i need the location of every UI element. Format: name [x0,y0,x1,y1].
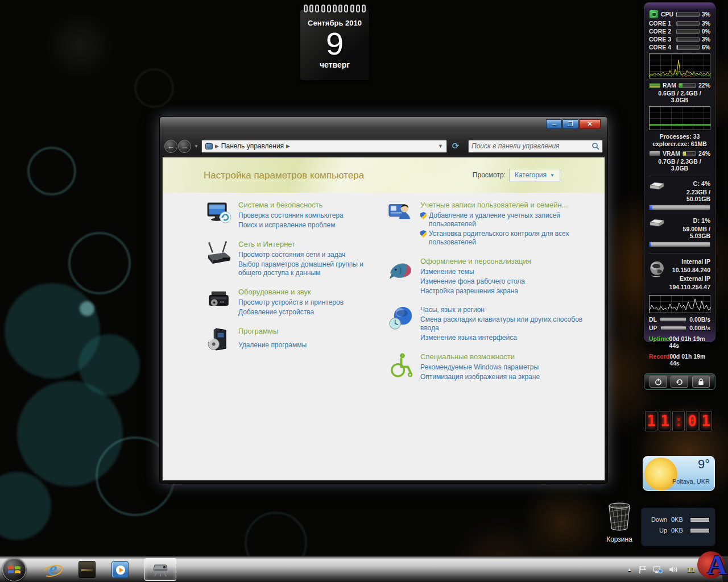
address-dropdown-icon[interactable]: ▼ [438,143,443,149]
core-label: CORE 3 [649,36,674,43]
clock-digit: 1 [659,411,671,431]
control-panel-window: – ❐ ✕ ← → ▼ ▶ Панель управления ▶ ▼ ⟳ [159,117,608,484]
breadcrumb-item[interactable]: Панель управления [221,142,284,150]
recycle-bin[interactable]: Корзина [602,502,637,543]
category-user-accounts: Учетные записи пользователей и семейн...… [388,200,576,248]
breadcrumb[interactable]: ▶ Панель управления ▶ ▼ [201,140,447,153]
cpu-bar [676,12,700,17]
cpu-icon [649,10,659,19]
category-link[interactable]: Просмотр состояния сети и задач [238,251,382,259]
action-center-flag-icon[interactable] [638,565,647,574]
category-link[interactable]: Проверка состояния компьютера [238,211,344,220]
close-button[interactable]: ✕ [579,119,601,129]
ease-of-access-icon [388,352,415,379]
view-dropdown[interactable]: Категория ▼ [509,169,560,181]
category-link[interactable]: Оптимизация изображения на экране [420,373,540,381]
category-link[interactable]: Добавление устройства [238,308,344,317]
category-hardware-sound: Оборудование и звук Просмотр устройств и… [206,287,385,318]
category-title[interactable]: Сеть и Интернет [238,240,382,248]
taskbar: e ▲ [0,556,728,582]
external-ip-label: External IP [669,275,710,283]
shutdown-button[interactable] [650,376,667,388]
category-link[interactable]: Настройка разрешения экрана [420,287,531,296]
refresh-icon[interactable]: ⟳ [450,141,461,151]
category-link[interactable]: Поиск и исправление проблем [238,221,344,230]
uptime-value: 00d 01h 19m 44s [669,335,710,349]
weather-gadget[interactable]: 9° Poltava, UKR [643,456,715,491]
core-value: 6% [702,44,710,51]
bokeh-circle [0,472,51,540]
search-icon[interactable] [592,142,599,150]
control-panel-taskbar-button[interactable] [144,558,176,581]
windows-logo-icon [7,563,21,576]
show-hidden-icons-button[interactable]: ▲ [627,567,632,572]
hardware-sound-icon [206,287,233,314]
category-title[interactable]: Оборудование и звук [238,288,344,296]
category-link[interactable]: Установка родительского контроля для все… [420,230,591,247]
category-title[interactable]: Система и безопасность [238,201,344,209]
cpu-label: CPU [661,11,673,18]
ram-icon [649,83,660,88]
volume-icon[interactable] [669,565,679,574]
category-title[interactable]: Оформление и персонализация [420,257,531,265]
network-history-graph [649,295,710,313]
network-speed-gadget[interactable]: Down 0KB Up 0KB [641,508,715,546]
category-network-internet: Сеть и Интернет Просмотр состояния сети … [206,239,385,278]
clock-language-region-icon [388,305,415,332]
bokeh-circle [134,68,174,108]
core-bar [676,37,700,42]
network-tray-icon[interactable] [653,565,663,574]
view-value: Категория [515,171,547,179]
internet-explorer-icon[interactable]: e [43,559,63,580]
category-title[interactable]: Учетные записи пользователей и семейн... [420,201,591,209]
category-link[interactable]: Рекомендуемые Windows параметры [420,363,540,372]
search-box[interactable] [468,140,603,153]
category-link[interactable]: Добавление и удаление учетных записей по… [420,211,591,228]
vram-value: 24% [698,150,710,157]
maximize-button[interactable]: ❐ [562,119,578,129]
category-link[interactable]: Изменение языка интерфейса [420,334,591,342]
breadcrumb-separator-icon[interactable]: ▶ [286,143,290,149]
category-link[interactable]: Выбор параметров домашней группы и общег… [238,260,382,277]
minimize-button[interactable]: – [546,119,562,129]
category-title[interactable]: Часы, язык и регион [420,306,591,314]
power-icon [655,378,662,385]
calendar-spiral-binding [304,5,366,13]
cpu-value: 3% [702,11,710,18]
drive-d-detail: 59.00MB / 5.03GB [668,226,710,239]
system-monitor-gadget[interactable]: CPU 3% CORE 1 3% CORE 2 0% CORE 3 3% COR… [644,2,715,342]
led-clock-gadget[interactable]: 81 81 8: 80 81 [645,411,712,431]
upload-value: 0.00B/s [689,325,710,331]
file-manager-icon[interactable] [78,561,96,578]
back-button[interactable]: ← [164,140,177,153]
search-input[interactable] [471,142,592,150]
restart-button[interactable] [671,376,688,388]
forward-button[interactable]: → [178,140,191,153]
vram-bar [682,151,696,156]
view-label: Просмотр: [473,171,506,179]
category-link[interactable]: Изменение темы [420,268,531,276]
recycle-bin-icon [606,502,632,532]
up-value: 0KB [671,527,686,534]
desktop: Сентябрь 2010 9 четверг CPU 3% CORE 1 3%… [0,0,728,582]
drive-d-bar [649,242,710,247]
restart-icon [676,378,683,385]
uac-shield-icon [420,230,427,238]
control-panel-header: Настройка параметров компьютера Просмотр… [163,157,605,193]
calendar-gadget[interactable]: Сентябрь 2010 9 четверг [300,9,370,81]
drive-d-label: D: 1% [668,217,710,224]
category-link[interactable]: Изменение фона рабочего стола [420,277,531,286]
explorer-memory: explorer.exe: 61MB [649,140,710,147]
category-link[interactable]: Просмотр устройств и принтеров [238,298,344,307]
category-link[interactable]: Удаление программы [238,341,307,350]
category-title[interactable]: Программы [238,327,307,335]
sun-icon [644,458,677,490]
lock-button[interactable] [692,376,710,388]
taskbar-clock[interactable]: 11 [687,566,695,574]
category-title[interactable]: Специальные возможности [420,352,540,361]
start-button[interactable] [2,558,26,581]
category-link[interactable]: Смена раскладки клавиатуры или других сп… [420,315,591,332]
media-player-icon[interactable] [111,561,129,578]
drive-c-bar [649,205,710,210]
history-dropdown-icon[interactable]: ▼ [194,144,198,149]
